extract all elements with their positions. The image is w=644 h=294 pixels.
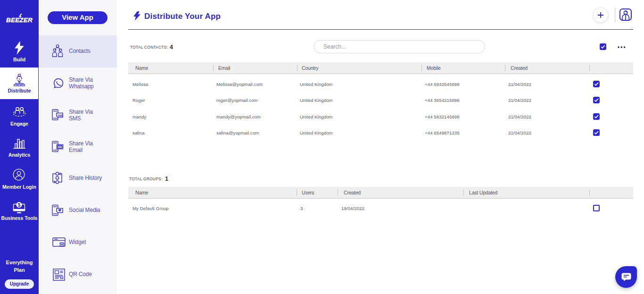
- svg-text:SMS: SMS: [58, 114, 63, 117]
- svg-text:$: $: [18, 202, 21, 208]
- svg-text:BEEZER: BEEZER: [6, 17, 33, 24]
